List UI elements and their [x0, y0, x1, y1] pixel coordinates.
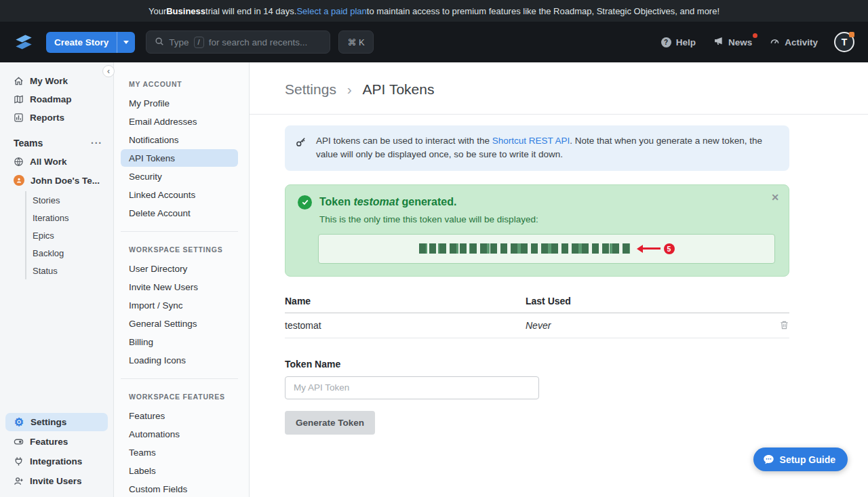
settings-nav-item-import-sync[interactable]: Import / Sync	[121, 296, 238, 314]
create-story-label: Create Story	[46, 32, 117, 53]
settings-nav-item-automations[interactable]: Automations	[121, 425, 238, 443]
token-name-label: Token Name	[285, 359, 789, 370]
settings-nav-item-user-directory[interactable]: User Directory	[121, 260, 238, 277]
teams-options-button[interactable]: ···	[91, 138, 102, 148]
sidebar-item-stories[interactable]: Stories	[26, 191, 113, 209]
keyboard-shortcut-badge: ⌘ K	[338, 31, 373, 54]
sidebar-item-backlog[interactable]: Backlog	[26, 244, 113, 262]
create-story-dropdown[interactable]	[117, 32, 135, 53]
alert-header: Token testomat generated.	[298, 195, 776, 210]
token-generated-alert: Token testomat generated. This is the on…	[285, 184, 789, 277]
sidebar-item-roadmap[interactable]: Roadmap	[0, 90, 113, 108]
home-icon	[15, 77, 22, 84]
close-icon[interactable]: ✕	[771, 192, 779, 203]
avatar-status-dot	[849, 32, 854, 37]
shortcut-logo-icon[interactable]	[14, 32, 37, 52]
activity-button[interactable]: Activity	[770, 36, 818, 48]
roadmap-label: Roadmap	[30, 94, 72, 104]
sidebar-item-invite-users[interactable]: Invite Users	[5, 472, 108, 490]
token-row-last-used: Never	[526, 320, 770, 331]
settings-nav-item-billing[interactable]: Billing	[121, 333, 238, 351]
settings-nav-item-invite-new-users[interactable]: Invite New Users	[121, 278, 238, 296]
select-paid-plan-link[interactable]: Select a paid plan	[296, 6, 366, 16]
divider	[121, 231, 238, 232]
sidebar-item-features[interactable]: Features	[5, 433, 108, 451]
redacted-token-value	[419, 243, 631, 254]
settings-nav-item-security[interactable]: Security	[121, 167, 238, 185]
sidebar-item-team[interactable]: John Doe's Te...	[0, 171, 113, 190]
megaphone-icon	[713, 36, 724, 48]
sidebar-item-integrations[interactable]: Integrations	[5, 452, 108, 471]
delete-token-button[interactable]	[770, 320, 789, 330]
token-row-name: testomat	[285, 320, 526, 331]
table-header-row: Name Last Used	[285, 296, 789, 313]
token-value-box: 5	[318, 234, 775, 264]
generate-token-button[interactable]: Generate Token	[285, 411, 375, 435]
setup-guide-label: Setup Guide	[780, 454, 835, 465]
activity-gauge-icon	[770, 36, 780, 48]
sidebar-item-status[interactable]: Status	[26, 262, 113, 279]
team-name-label: John Doe's Te...	[31, 176, 100, 186]
user-avatar[interactable]: T	[834, 32, 854, 52]
column-header-actions	[770, 296, 789, 306]
settings-nav-item-my-profile[interactable]: My Profile	[121, 94, 238, 112]
settings-nav-item-labels[interactable]: Labels	[121, 462, 238, 479]
team-sub-nav: Stories Iterations Epics Backlog Status	[25, 191, 113, 279]
trash-icon	[779, 320, 789, 330]
breadcrumb: Settings › API Tokens	[250, 62, 868, 115]
integrations-label: Integrations	[30, 456, 82, 466]
help-label: Help	[676, 37, 696, 47]
settings-nav-item-features[interactable]: Features	[121, 407, 238, 424]
settings-nav-item-delete-account[interactable]: Delete Account	[121, 204, 238, 222]
settings-nav-item-api-tokens[interactable]: API Tokens	[121, 149, 238, 167]
table-row: testomat Never	[285, 313, 789, 338]
create-story-button[interactable]: Create Story	[46, 32, 135, 53]
info-text-before: API tokens can be used to interact with …	[316, 136, 492, 146]
settings-nav-item-email-addresses[interactable]: Email Addresses	[121, 113, 238, 130]
bar-chart-icon	[17, 115, 21, 120]
settings-nav-item-notifications[interactable]: Notifications	[121, 131, 238, 148]
main-content: Settings › API Tokens API tokens can be …	[250, 62, 868, 497]
map-icon	[15, 96, 22, 102]
invite-users-label: Invite Users	[30, 476, 82, 486]
banner-text-prefix: Your	[149, 6, 166, 16]
settings-nav-header-workspace-settings: WORKSPACE SETTINGS	[114, 241, 249, 259]
settings-nav-item-custom-fields[interactable]: Custom Fields	[121, 480, 238, 497]
settings-nav-item-loading-icons[interactable]: Loading Icons	[121, 351, 238, 369]
search-icon	[155, 37, 164, 48]
settings-nav-item-teams[interactable]: Teams	[121, 443, 238, 461]
settings-nav-item-general-settings[interactable]: General Settings	[121, 315, 238, 332]
banner-plan-name: Business	[166, 6, 205, 16]
help-button[interactable]: ? Help	[661, 37, 696, 47]
token-name-input[interactable]	[285, 376, 539, 399]
sidebar-item-iterations[interactable]: Iterations	[26, 209, 113, 226]
chevron-down-icon	[123, 41, 129, 47]
column-header-last-used: Last Used	[526, 296, 770, 306]
sidebar-item-my-work[interactable]: My Work	[0, 72, 113, 90]
sidebar-item-all-work[interactable]: All Work	[0, 153, 113, 171]
search-placeholder-type: Type	[169, 37, 189, 47]
breadcrumb-settings[interactable]: Settings	[285, 81, 336, 97]
settings-nav-item-linked-accounts[interactable]: Linked Accounts	[121, 186, 238, 203]
content-column: API tokens can be used to interact with …	[250, 115, 789, 435]
slash-key-hint: /	[194, 37, 204, 48]
news-button[interactable]: News	[713, 36, 752, 48]
settings-nav: MY ACCOUNT My Profile Email Addresses No…	[114, 62, 250, 497]
team-avatar-icon	[14, 175, 24, 186]
search-placeholder-rest: for search and recents...	[209, 37, 308, 47]
sidebar-bottom-group: ⚙ Settings Features Integrations Invite …	[0, 413, 113, 497]
banner-text-suffix: to maintain access to premium features l…	[367, 6, 719, 16]
setup-guide-button[interactable]: Setup Guide	[753, 448, 848, 471]
body-row: My Work Roadmap Reports Teams ··· All Wo…	[0, 62, 868, 497]
rest-api-link[interactable]: Shortcut REST API	[492, 136, 570, 146]
sidebar-collapse-button[interactable]: ‹	[102, 65, 115, 77]
person-plus-icon	[20, 479, 23, 481]
search-input[interactable]: Type / for search and recents...	[146, 31, 330, 54]
sidebar-item-settings[interactable]: ⚙ Settings	[5, 413, 108, 431]
sidebar-item-reports[interactable]: Reports	[0, 108, 113, 127]
page-title: API Tokens	[363, 81, 435, 97]
sidebar-item-epics[interactable]: Epics	[26, 226, 113, 244]
annotation-step-badge: 5	[664, 243, 675, 254]
check-circle-icon	[298, 195, 312, 210]
news-label: News	[728, 37, 752, 47]
